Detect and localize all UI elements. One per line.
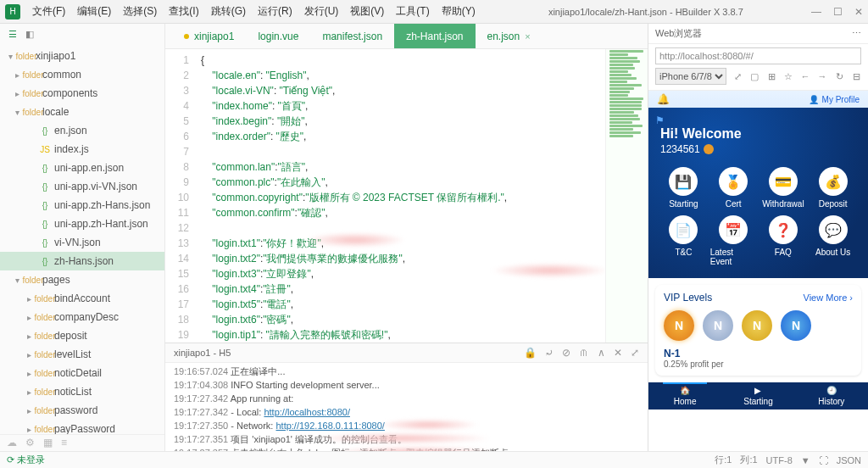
minimap[interactable] [605,49,648,343]
editor-tab[interactable]: manifest.json [310,24,394,48]
vip-badge-1[interactable]: N [664,310,694,341]
menu-item[interactable]: 文件(F) [27,1,70,22]
browser-panel-more-icon[interactable]: ⋯ [852,28,861,39]
tree-item[interactable]: {}uni-app.zh-Hans.json [0,196,164,214]
dashboard-item[interactable]: ❓FAQ [760,215,807,266]
browser-tool-icon[interactable]: ▢ [748,71,760,82]
browser-tool-icon[interactable]: ☆ [782,71,794,82]
menu-item[interactable]: 帮助(Y) [437,1,481,22]
console-clear-icon[interactable]: ⊘ [562,347,570,359]
bell-icon[interactable]: 🔔 [657,93,669,105]
tree-item[interactable]: {}uni-app.vi-VN.json [0,177,164,196]
vip-more-link[interactable]: View More › [804,292,853,303]
console-link[interactable]: http://localhost:8080/ [264,407,350,417]
browser-tool-icon[interactable]: ⊞ [765,71,777,82]
sidebar-tab-other[interactable]: ◧ [25,29,34,40]
tree-item[interactable]: ▸foldercomponents [0,84,164,103]
code-area[interactable]: { "locale.en": "English", "locale.vi-VN"… [194,49,605,343]
profile-link[interactable]: 👤 My Profile [809,95,860,104]
tree-item[interactable]: ▾folderlocale [0,103,164,121]
tree-item[interactable]: ▸folderdeposit [0,326,164,345]
tree-item[interactable]: ▸foldernoticDetail [0,364,164,382]
menu-item[interactable]: 查找(I) [164,1,203,22]
grid-icon[interactable]: ▦ [43,437,53,449]
tree-item[interactable]: ▸foldercompanyDesc [0,308,164,326]
browser-tool-icon[interactable]: ⊟ [850,71,862,82]
tree-item[interactable]: ▸folderpayPassword [0,420,164,434]
sync-icon[interactable]: ⟳ [7,454,14,465]
tree-item[interactable]: JSindex.js [0,140,164,159]
minimize-icon[interactable]: — [811,6,821,18]
console-wrap-icon[interactable]: ⤾ [545,347,554,359]
tree-item[interactable]: {}uni-app.en.json [0,159,164,177]
menu-item[interactable]: 跳转(G) [206,1,251,22]
maximize-icon[interactable]: ☐ [833,6,843,18]
console-split-icon[interactable]: ⫙ [579,347,589,359]
nav-item[interactable]: 🏠Home [648,382,721,410]
menu-item[interactable]: 工具(T) [391,1,434,22]
dashboard-item[interactable]: 📄T&C [660,215,707,266]
dashboard-item-icon: 📄 [669,215,698,244]
statusbar-item[interactable]: JSON [837,455,861,465]
list-icon[interactable]: ≡ [61,437,67,449]
console-lock-icon[interactable]: 🔒 [524,347,537,359]
console-close-icon[interactable]: ✕ [614,347,622,359]
sidebar-tab-project[interactable]: ☰ [8,29,17,40]
browser-tool-icon[interactable]: ← [799,71,811,82]
menu-item[interactable]: 编辑(E) [72,1,116,22]
nav-item[interactable]: 🕘History [795,382,868,410]
browser-tool-icon[interactable]: ↻ [833,71,845,82]
menu-item[interactable]: 选择(S) [118,1,162,22]
nav-item[interactable]: ▶Starting [721,382,794,410]
editor-tab[interactable]: xinjiapo1 [172,24,246,48]
console-maximize-icon[interactable]: ⤢ [631,347,639,359]
statusbar-item[interactable]: UTF-8 [766,455,793,465]
tree-item[interactable]: ▸foldercommon [0,65,164,84]
vip-badge-3[interactable]: N [742,310,772,341]
dashboard-item[interactable]: 💾Starting [660,167,707,209]
tree-item[interactable]: ▸foldernoticList [0,382,164,401]
menu-item[interactable]: 发行(U) [299,1,344,22]
editor-tab[interactable]: en.json× [476,24,542,48]
dashboard-item[interactable]: 💬About Us [810,215,856,266]
statusbar-item[interactable]: 列:1 [740,454,757,466]
browser-tool-icon[interactable]: ⤢ [732,71,743,82]
console-output[interactable]: 19:16:57.024 正在编译中...19:17:04.308 INFO S… [165,363,648,451]
statusbar-item[interactable]: ⛶ [819,455,828,465]
menu-item[interactable]: 视图(V) [345,1,389,22]
close-icon[interactable]: ✕ [854,6,863,18]
tree-item[interactable]: {}zh-Hans.json [0,252,164,270]
vip-badge-2[interactable]: N [703,310,733,341]
gear-icon[interactable]: ⚙ [25,437,35,449]
console-collapse-icon[interactable]: ∧ [598,347,605,359]
dashboard-item[interactable]: 💳Withdrawal [760,167,807,209]
tree-item[interactable]: {}vi-VN.json [0,233,164,252]
tree-item[interactable]: {}en.json [0,121,164,140]
statusbar-item[interactable]: 行:1 [715,454,732,466]
flag-icon[interactable]: ⚑ [655,114,667,126]
tab-close-icon[interactable]: × [525,31,530,42]
url-input[interactable] [655,47,861,64]
menu-item[interactable]: 运行(R) [253,1,298,22]
editor-tab[interactable]: zh-Hant.json [394,24,475,48]
vip-card[interactable]: VIP Levels View More › N N N N N-1 0.25%… [655,285,861,376]
tree-item[interactable]: ▾folderxinjiapo1 [0,47,164,65]
vip-badge-4[interactable]: N [781,310,811,341]
tree-item[interactable]: ▸folderbindAccount [0,289,164,308]
browser-tool-icon[interactable]: → [816,71,828,82]
device-select[interactable]: iPhone 6/7/8 [655,68,726,85]
tree-item[interactable]: ▾folderpages [0,270,164,289]
login-status[interactable]: 未登录 [17,454,45,465]
code-editor[interactable]: 1234567891011121314151617181920212223242… [165,49,648,343]
tree-item[interactable]: ▸folderlevelList [0,345,164,364]
dashboard-item[interactable]: 🏅Cert [710,167,757,209]
console-link[interactable]: http://192.168.0.111:8080/ [275,421,384,431]
tree-item[interactable]: ▸folderpassword [0,401,164,420]
tree-item[interactable]: {}uni-app.zh-Hant.json [0,214,164,233]
dashboard-item[interactable]: 💰Deposit [810,167,856,209]
editor-tab[interactable]: login.vue [246,24,310,48]
cloud-icon[interactable]: ☁ [7,437,17,449]
dashboard-item[interactable]: 📅Latest Event [710,215,757,266]
statusbar-item[interactable]: ▼ [801,455,810,465]
preview-dashboard: ⚑ Hi! Welcome 1234561 💾Starting🏅Cert💳Wit… [648,108,868,278]
